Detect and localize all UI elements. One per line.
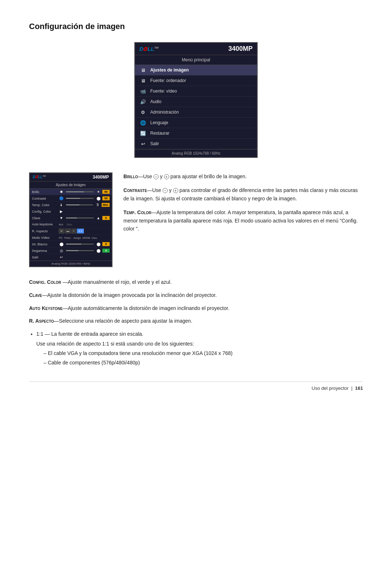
osd-item-label: Salir [150, 141, 159, 146]
osd-footer: Analog RGB 1024x768 / 60Hz [135, 149, 257, 157]
int-blanco-label: Int. Blanco [32, 242, 57, 246]
osd-item-image-settings[interactable]: 🖥 Ajustes de imágen [135, 65, 257, 75]
clave-end-icon: ▲ [96, 216, 101, 220]
page-number: 161 [355, 385, 363, 391]
degamma-value: 4 [102, 249, 110, 253]
mode-usu[interactable]: Usu. [91, 236, 97, 240]
osd-small-title: Ajustes de imágen [30, 181, 112, 189]
brillo-value: 50 [102, 190, 110, 194]
dell-logo: DØLLTM [139, 46, 158, 52]
osd-row-r-aspecto[interactable]: R. Aspecto ⊞ ▬ ≡ 4:3 [30, 228, 112, 235]
osd-item-audio[interactable]: 🔊 Audio [135, 97, 257, 107]
osd-row-brillo[interactable]: Brillo ✱ ✶ 50 [30, 189, 112, 195]
osd-header: DØLLTM 3400MP [135, 43, 257, 55]
sep-brillo: — [138, 173, 143, 179]
mode-srgb[interactable]: sRGB [82, 236, 90, 240]
osd-item-label: Audio [150, 99, 162, 104]
brillo-icon: ✱ [59, 190, 64, 194]
temp-color-slider[interactable] [66, 204, 93, 205]
mode-pelic[interactable]: Pelíc. [64, 236, 72, 240]
osd-row-temp-color[interactable]: Temp. Color 🌡 9 Mid. [30, 202, 112, 208]
degamma-icon: ◎ [59, 249, 64, 253]
bullet-list: 1:1 — La fuente de entrada aparece sin e… [36, 330, 363, 367]
temp-color-label: Temp. Color [32, 203, 57, 207]
osd-item-label: Ajustes de imágen [150, 68, 189, 73]
osd-row-contraste[interactable]: Contraste 🔵 ⬤ 50 [30, 195, 112, 202]
degamma-end-icon: ⬤ [96, 249, 101, 253]
term-r-aspecto: R. Aspecto [29, 318, 54, 324]
modo-video-options: PC Pelíc. Juego sRGB Usu. [59, 236, 98, 240]
para-auto-keystone: Auto Keystone—Ajuste automáticamente la … [29, 304, 363, 313]
admin-icon: ⚙ [139, 109, 147, 115]
language-icon: 🌐 [139, 120, 147, 126]
term-clave: Clave [29, 292, 42, 298]
osd-row-degamma[interactable]: Degamma ◎ ⬤ 4 [30, 248, 112, 254]
brillo-slider[interactable] [66, 191, 94, 192]
int-blanco-slider[interactable] [66, 244, 94, 245]
clave-value: 0 [102, 216, 110, 220]
contraste-label: Contraste [32, 197, 57, 200]
asp-full[interactable]: ≡ [72, 229, 76, 233]
brillo-label: Brillo [32, 190, 57, 194]
osd-item-source-computer[interactable]: 🖥 Fuente: ordenador [135, 75, 257, 86]
osd-row-clave[interactable]: Clave ▼ ▲ 0 [30, 215, 112, 221]
degamma-slider[interactable] [66, 250, 94, 251]
osd-row-int-blanco[interactable]: Int. Blanco ⬤ ⬤ 5 [30, 241, 112, 248]
description-area: Brillo—Use − y + para ajustar el brillo … [123, 172, 363, 267]
osd-item-label: Fuente: ordenador [150, 78, 186, 83]
term-config-color: Config. Color [29, 279, 61, 285]
exit-icon: ↩ [139, 141, 147, 147]
act-option[interactable]: Act. [59, 223, 64, 226]
term-contraste: Contraste [123, 187, 147, 193]
osd-item-label: Lenguaje [150, 120, 168, 125]
osd-row-modo-video[interactable]: Modo Vídeo PC Pelíc. Juego sRGB Usu. [30, 235, 112, 241]
term-brillo: Brillo [123, 173, 138, 179]
salir-label: Salir [32, 256, 57, 259]
temp-color-end-icon: 9 [95, 203, 100, 207]
auto-keystone-label: Auto keystone. [32, 222, 57, 226]
para-config-color: Config. Color —Ajuste manualmente el roj… [29, 278, 363, 287]
image-settings-icon: 🖥 [139, 67, 147, 73]
osd-row-auto-keystone[interactable]: Auto keystone. Act. Des. [30, 221, 112, 228]
mode-juego[interactable]: Juego [73, 236, 81, 240]
modo-video-label: Modo Vídeo [32, 236, 57, 240]
term-temp-color: Temp. Color [123, 209, 151, 215]
plus-icon-2: + [173, 188, 178, 193]
r-aspecto-label: R. Aspecto [32, 229, 57, 233]
osd-model-name: 3400MP [228, 45, 253, 53]
plus-icon: + [164, 174, 169, 179]
top-menu-screenshot: DØLLTM 3400MP Menú principal 🖥 Ajustes d… [29, 42, 363, 158]
osd-menu-title: Menú principal [135, 55, 257, 65]
osd-item-admin[interactable]: ⚙ Administración [135, 107, 257, 118]
minus-icon: − [154, 174, 159, 179]
int-blanco-value: 5 [102, 242, 110, 246]
salir-icon: ↩ [59, 255, 64, 259]
asp-wide[interactable]: ▬ [65, 229, 71, 233]
degamma-label: Degamma [32, 249, 57, 253]
minus-icon-2: − [163, 188, 168, 193]
osd-row-config-color[interactable]: Config. Color ▶ [30, 208, 112, 215]
clave-slider[interactable] [66, 217, 94, 219]
int-blanco-end-icon: ⬤ [96, 242, 101, 246]
asp-11[interactable]: ⊞ [59, 229, 64, 233]
contraste-value: 50 [102, 196, 110, 200]
source-computer-icon: 🖥 [139, 78, 147, 83]
osd-item-exit[interactable]: ↩ Salir [135, 139, 257, 149]
page-footer: Uso del proyector | 161 [29, 381, 363, 391]
contraste-end-icon: ⬤ [96, 196, 101, 200]
restore-icon: 🔄 [139, 130, 147, 136]
des-option[interactable]: Des. [67, 223, 73, 226]
asp-43[interactable]: 4:3 [77, 229, 84, 233]
osd-item-language[interactable]: 🌐 Lenguaje [135, 118, 257, 128]
osd-item-restore[interactable]: 🔄 Restaurar [135, 128, 257, 139]
mode-pc[interactable]: PC [59, 236, 63, 240]
osd-item-source-video[interactable]: 📹 Fuente: vídeo [135, 86, 257, 97]
desc-brillo: Brillo—Use − y + para ajustar el brillo … [123, 172, 363, 180]
sub-list: El cable VGA y la computadora tiene una … [44, 349, 363, 367]
temp-color-value: Mid. [102, 203, 110, 207]
contraste-icon: 🔵 [59, 196, 64, 200]
config-color-icon: ▶ [59, 209, 64, 213]
contraste-slider[interactable] [66, 198, 94, 199]
footer-label: Uso del proyector [312, 385, 349, 391]
osd-row-salir[interactable]: Salir ↩ [30, 254, 112, 261]
